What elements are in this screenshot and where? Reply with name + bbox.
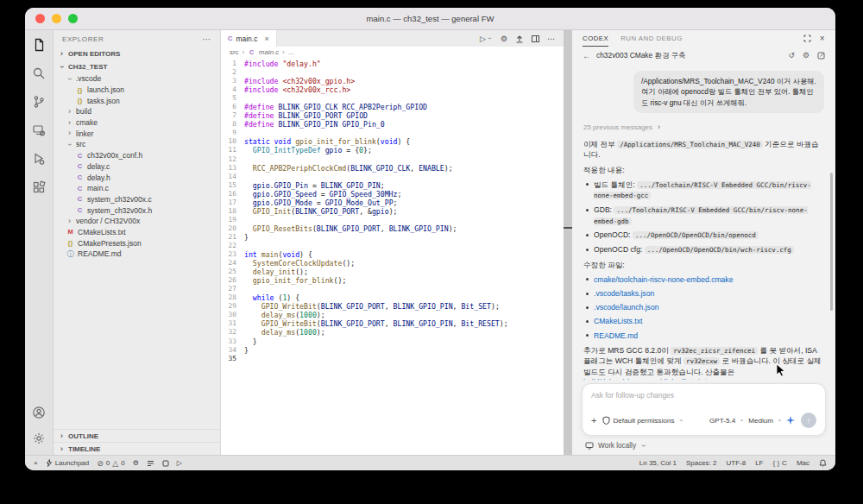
tree-item-.vscode[interactable]: ›.vscode [54,73,220,85]
reasoning-dropdown[interactable]: Medium› [748,417,782,425]
tools-icon[interactable]: ⚙ [501,35,507,43]
tab-codex[interactable]: CODEX [583,30,608,47]
file-link[interactable]: build/debug/ch32v003_blink.elf [583,378,685,380]
code-chip: /Applications/MRS_Toolchain_MAC_V240 [617,141,763,148]
file-link[interactable]: cmake/toolchain-riscv-none-embed.cmake [594,275,733,284]
chat-scroll-area[interactable]: /Applications/MRS_Toolchain_MAC_V240 이거 … [572,64,835,380]
run-or-debug-button[interactable]: ▷› [480,35,493,43]
assistant-bullet: .vscode/launch.json [583,302,824,312]
code-line: 16 gpio.GPIO_Speed = GPIO_Speed_30MHz; [221,190,564,198]
assistant-bullet: GDB: .../Toolchain/RISC-V Embedded GCC/b… [583,205,824,226]
back-icon[interactable]: ← [583,51,591,60]
tree-item-main.c[interactable]: Cmain.c [54,183,220,194]
tree-item-system-ch32v00x.h[interactable]: Csystem_ch32v00x.h [54,205,220,216]
maximize-panel-icon[interactable] [803,35,811,42]
run-icon[interactable]: ▷ [177,459,182,467]
code-line: 18 GPIO_Init(BLINK_GPIO_PORT, &gpio); [221,207,564,216]
outline-section[interactable]: ›OUTLINE [54,429,220,442]
explorer-icon[interactable] [31,37,47,53]
tree-item-tasks.json[interactable]: {}tasks.json [54,95,220,106]
code-chip: .../OpenOCD/OpenOCD/bin/openocd [633,231,759,239]
tree-item-system-ch32v00x.c[interactable]: Csystem_ch32v00x.c [54,194,220,205]
encoding-indicator[interactable]: UTF-8 [727,459,746,467]
assistant-paragraph: 적용한 내용: [583,165,824,175]
line-col-indicator[interactable]: Ln 35, Col 1 [639,459,677,467]
work-locally-dropdown[interactable]: Work locally› [572,436,835,455]
code-line: 26 gpio_init_for_blink(); [221,276,564,285]
code-line: 12 [221,155,564,164]
tree-item-build[interactable]: ›build [54,106,220,117]
file-link[interactable]: .vscode/launch.json [594,303,658,312]
attach-button[interactable]: + [591,415,596,425]
eol-indicator[interactable]: LF [755,459,763,467]
file-link[interactable]: .vscode/tasks.json [594,289,654,298]
permissions-dropdown[interactable]: Default permissions› [602,416,683,425]
code-line: 2 [221,68,564,77]
model-dropdown[interactable]: GPT-5.4› [709,417,744,425]
tree-item-delay.c[interactable]: Cdelay.c [54,161,220,173]
launchpad-item[interactable]: Launchpad [46,459,90,467]
notifications-bell-icon[interactable] [819,459,827,467]
account-icon[interactable] [31,405,47,420]
code-line: 10static void gpio_init_for_blink(void) … [221,137,564,146]
tree-item-ch32v00x-conf.h[interactable]: Cch32v00x_conf.h [54,150,220,161]
assistant-bullet: cmake/toolchain-riscv-none-embed.cmake [583,274,824,285]
window-title: main.c — ch32_test — general FW [25,14,835,23]
tab-main-c[interactable]: C main.c × [221,30,277,47]
file-link[interactable]: README.md [594,331,638,340]
build-gear-icon[interactable]: ⚙ [133,459,139,467]
open-editors-section[interactable]: ›OPEN EDITORS [54,47,220,60]
timeline-section[interactable]: ›TIMELINE [54,442,220,455]
explorer-more-actions-icon[interactable]: ⋯ [202,35,211,44]
history-icon[interactable]: ↺ [788,51,795,60]
indentation-indicator[interactable]: Spaces: 2 [686,459,717,467]
remote-explorer-icon[interactable] [31,123,47,138]
assistant-paragraph: 수정한 파일: [583,260,824,270]
split-editor-button[interactable] [532,35,539,42]
tree-item-src[interactable]: ›src [54,139,220,150]
tree-item-vendor-ch32v00x[interactable]: ›vendor / CH32V00x [54,216,220,227]
close-tab-icon[interactable]: × [264,35,268,43]
build-tasks-icon[interactable] [147,460,154,467]
code-line: 4#include <ch32v00x_rcc.h> [221,85,564,94]
new-chat-icon[interactable] [817,52,825,60]
tree-item-cmake[interactable]: ›cmake [54,117,220,129]
flash-upload-icon[interactable] [515,35,524,43]
tree-item-delay.h[interactable]: Cdelay.h [54,172,220,183]
settings-gear-icon[interactable] [31,431,47,446]
close-panel-icon[interactable]: × [820,34,825,43]
keymap-indicator[interactable]: Mac [797,459,809,467]
chat-input-placeholder[interactable]: Ask for follow-up changes [591,391,816,400]
send-button[interactable]: ↑ [801,413,816,428]
code-line: 8#define BLINK_GPIO_PIN GPIO_Pin_0 [221,120,564,129]
breadcrumb[interactable]: src› C main.c› … [221,47,564,58]
code-line: 35 [221,355,564,363]
code-area[interactable]: 1#include "delay.h"23#include <ch32v00x_… [221,58,564,455]
problems-item[interactable]: ⊘0 △0 [97,459,124,468]
code-line: 31 GPIO_WriteBit(BLINK_GPIO_PORT, BLINK_… [221,319,564,328]
assistant-paragraph: 추가로 MRS GCC 8.2.0이 rv32ec_zicsr_zifencei… [583,345,824,380]
chat-input-card[interactable]: Ask for follow-up changes + Default perm… [582,383,826,436]
json-file-icon: {} [66,239,74,247]
tab-run-and-debug[interactable]: RUN AND DEBUG [620,30,682,47]
flash-target-icon[interactable] [162,460,169,467]
extensions-icon[interactable] [31,180,47,195]
tree-item-cmakepresets.json[interactable]: {}CMakePresets.json [54,237,220,249]
run-debug-icon[interactable] [31,151,47,167]
tree-item-cmakelists.txt[interactable]: MCMakeLists.txt [54,227,220,238]
language-indicator[interactable]: { }C [773,459,787,467]
tree-item-launch.json[interactable]: {}launch.json [54,85,220,96]
codex-settings-icon[interactable]: ⚙ [803,51,809,60]
more-actions-button[interactable]: ⋯ [547,35,555,43]
search-icon[interactable] [31,66,47,81]
source-control-icon[interactable] [31,94,47,110]
previous-messages-toggle[interactable]: 25 previous messages› [583,123,824,132]
panel-sash[interactable] [564,30,572,455]
tree-item-linker[interactable]: ›linker [54,128,220,139]
sparkle-icon[interactable] [786,416,795,425]
file-link[interactable]: CMakeLists.txt [594,317,642,325]
remote-window-icon[interactable]: × [34,459,38,467]
tree-item-readme.md[interactable]: ⓘREADME.md [54,249,220,260]
workspace-root[interactable]: ›CH32_TEST [54,60,220,73]
panel-scrollbar[interactable] [830,173,833,311]
